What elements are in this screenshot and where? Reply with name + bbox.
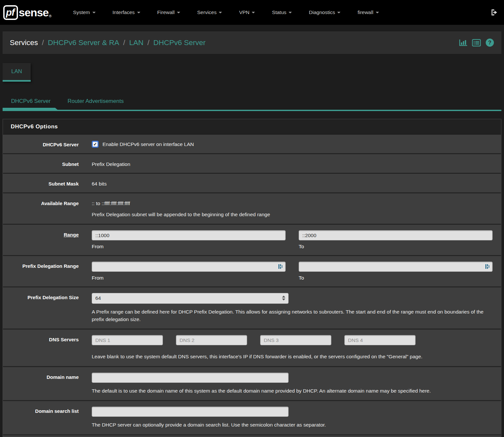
tab-dhcpv6-server[interactable]: DHCPv6 Server	[3, 98, 59, 110]
field-label: Prefix Delegation Range	[3, 260, 92, 282]
top-navbar: pfsense® System Interfaces Firewall Serv…	[0, 0, 504, 25]
field-label: Prefix Delegation Size	[3, 292, 92, 324]
field-label: Domain search list	[3, 405, 92, 430]
dns2-input[interactable]	[176, 335, 247, 345]
menu-status[interactable]: Status	[263, 6, 300, 19]
field-label: Domain name	[3, 371, 92, 396]
chevron-down-icon	[337, 12, 340, 13]
field-label: Subnet Mask	[3, 178, 92, 188]
chevron-down-icon	[92, 12, 96, 13]
field-label: Range	[3, 229, 92, 251]
dns4-input[interactable]	[344, 335, 416, 345]
row-dhcpv6-server: DHCPv6 Server Enable DHCPv6 server on in…	[3, 135, 501, 154]
sign-out-icon[interactable]	[490, 8, 499, 17]
row-domain-name: Domain name The default is to use the do…	[3, 367, 501, 401]
panel-title: DHCPv6 Options	[3, 119, 501, 135]
row-subnet-mask: Subnet Mask 64 bits	[3, 174, 501, 193]
subnet-value: Prefix Delegation	[92, 160, 493, 167]
registered-mark: ®	[49, 14, 52, 18]
row-range: Range From To	[3, 225, 501, 256]
breadcrumb: Services / DHCPv6 Server & RA / LAN / DH…	[10, 39, 206, 47]
pfsense-logo-pf: pf	[3, 5, 18, 20]
dhcpv6-options-panel: DHCPv6 Options DHCPv6 Server Enable DHCP…	[3, 119, 501, 437]
chevron-down-icon	[177, 12, 180, 13]
navbar-menu: System Interfaces Firewall Services VPN …	[65, 6, 490, 19]
field-label: DHCPv6 Server	[3, 139, 92, 149]
row-subnet: Subnet Prefix Delegation	[3, 154, 501, 174]
interface-tabs: LAN	[3, 63, 501, 82]
field-extension-icon	[278, 264, 283, 271]
enable-dhcpv6-checkbox[interactable]	[92, 141, 99, 148]
pfsense-logo[interactable]: pfsense®	[3, 5, 52, 20]
row-domain-search-list: Domain search list The DHCP server can o…	[3, 401, 501, 435]
checkmark-icon	[93, 142, 98, 147]
menu-system[interactable]: System	[65, 6, 104, 19]
help-icon[interactable]: ?	[485, 38, 494, 47]
field-label: Available Range	[3, 198, 92, 219]
menu-firewall[interactable]: Firewall	[149, 6, 189, 19]
field-label: Subnet	[3, 158, 92, 169]
field-extension-icon	[485, 264, 490, 271]
tab-lan[interactable]: LAN	[3, 63, 31, 82]
dns1-input[interactable]	[92, 335, 163, 345]
field-label: DNS Servers	[3, 334, 92, 362]
range-to-input[interactable]	[299, 230, 493, 240]
dns3-input[interactable]	[260, 335, 331, 345]
row-dns-servers: DNS Servers Leave blank to use the syste…	[3, 330, 501, 367]
menu-firewall-hostname[interactable]: firewall	[349, 6, 387, 19]
breadcrumb-link-dhcpv6-server-ra[interactable]: DHCPv6 Server & RA	[48, 39, 119, 47]
status-chart-icon[interactable]	[459, 39, 467, 47]
domain-name-input[interactable]	[92, 373, 289, 383]
domain-name-help: The default is to use the domain name of…	[92, 387, 493, 395]
chevron-down-icon	[376, 12, 379, 13]
svg-text:?: ?	[488, 40, 492, 45]
pfsense-logo-sense: sense	[19, 5, 48, 20]
pd-range-to-input[interactable]	[299, 262, 493, 272]
row-available-range: Available Range :: to ::ffff:ffff:ffff:f…	[3, 193, 501, 225]
pd-size-selected-value: 64	[95, 295, 101, 301]
from-label: From	[92, 244, 286, 250]
breadcrumb-link-lan[interactable]: LAN	[129, 39, 144, 47]
pd-size-help: A Prefix range can be defined here for D…	[92, 308, 493, 323]
to-label: To	[299, 275, 493, 281]
domain-search-list-input[interactable]	[92, 407, 289, 417]
menu-diagnostics[interactable]: Diagnostics	[300, 6, 349, 19]
breadcrumb-bar: Services / DHCPv6 Server & RA / LAN / DH…	[3, 31, 501, 54]
available-range-value: :: to ::ffff:ffff:ffff:ffff	[92, 199, 493, 206]
menu-vpn[interactable]: VPN	[230, 6, 263, 19]
log-list-icon[interactable]	[472, 39, 481, 47]
domain-search-list-help: The DHCP server can optionally provide a…	[92, 421, 493, 429]
from-label: From	[92, 275, 286, 281]
chevron-down-icon	[219, 12, 222, 13]
subnet-mask-value: 64 bits	[92, 179, 493, 187]
chevron-down-icon	[137, 12, 140, 13]
breadcrumb-root: Services	[10, 39, 38, 47]
row-prefix-delegation-size: Prefix Delegation Size 64 A Prefix range…	[3, 287, 501, 330]
tab-router-advertisements[interactable]: Router Advertisements	[59, 98, 132, 110]
checkbox-label: Enable DHCPv6 server on interface LAN	[102, 141, 194, 147]
breadcrumb-link-dhcpv6-server[interactable]: DHCPv6 Server	[153, 39, 206, 47]
menu-interfaces[interactable]: Interfaces	[104, 6, 149, 19]
chevron-down-icon	[289, 12, 292, 13]
chevron-down-icon	[252, 12, 255, 13]
pd-size-select[interactable]: 64	[92, 293, 289, 304]
pd-range-from-input[interactable]	[92, 262, 286, 272]
available-range-help: Prefix Delegation subnet will be appende…	[92, 211, 493, 218]
dns-servers-help: Leave blank to use the system default DN…	[92, 353, 493, 360]
menu-services[interactable]: Services	[189, 6, 230, 19]
section-tabs: DHCPv6 Server Router Advertisements	[3, 98, 501, 111]
range-from-input[interactable]	[92, 230, 286, 240]
select-spinner-icon	[282, 296, 285, 300]
to-label: To	[299, 244, 493, 250]
row-default-lease-time: Default lease time Lease time in seconds…	[3, 435, 501, 437]
row-prefix-delegation-range: Prefix Delegation Range From	[3, 256, 501, 287]
